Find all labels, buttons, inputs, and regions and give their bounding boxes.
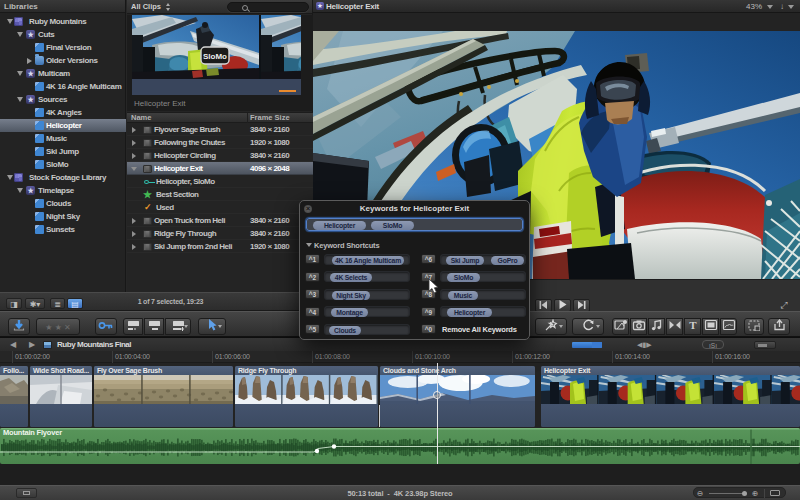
svg-text:SloMo: SloMo (203, 52, 227, 61)
svg-text:T: T (689, 319, 697, 331)
